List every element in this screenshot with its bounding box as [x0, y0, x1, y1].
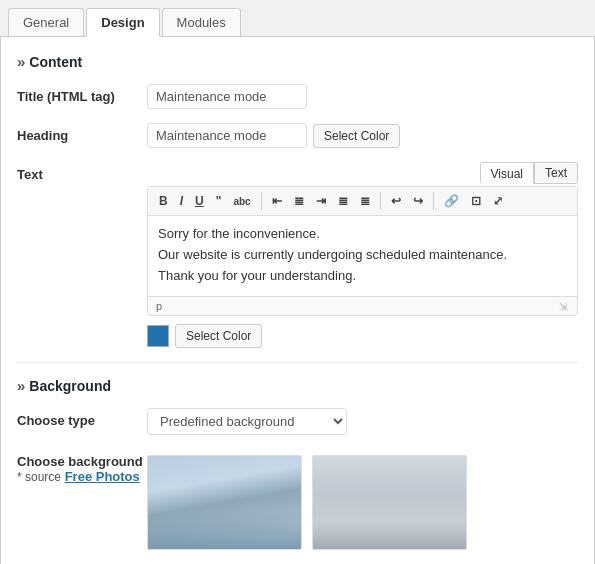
toolbar-separator-3: [433, 192, 434, 210]
italic-button[interactable]: I: [175, 191, 188, 211]
background-section-heading: Background: [17, 377, 578, 394]
tab-general[interactable]: General: [8, 8, 84, 36]
bold-button[interactable]: B: [154, 191, 173, 211]
blockquote-button[interactable]: ": [211, 191, 227, 211]
heading-select-color-button[interactable]: Select Color: [313, 124, 400, 148]
visual-tab-button[interactable]: Visual: [480, 162, 534, 184]
heading-control: Select Color: [147, 123, 578, 148]
heading-row: Heading Select Color: [17, 123, 578, 148]
content-section-heading: Content: [17, 53, 578, 70]
text-color-swatch: [147, 325, 169, 347]
resize-handle[interactable]: ⇲: [559, 301, 569, 311]
editor-line-1: Sorry for the inconvenience.: [158, 224, 567, 245]
text-select-color-button[interactable]: Select Color: [175, 324, 262, 348]
text-control: Visual Text B I U " abc ⇤ ≣ ⇥: [147, 162, 578, 348]
text-label: Text: [17, 162, 147, 182]
bg-image-2-preview: [313, 456, 466, 549]
section-divider: [17, 362, 578, 363]
tab-modules[interactable]: Modules: [162, 8, 241, 36]
title-input[interactable]: [147, 84, 307, 109]
underline-button[interactable]: U: [190, 191, 209, 211]
title-control: [147, 84, 578, 109]
editor-footer: p ⇲: [148, 296, 577, 315]
choose-bg-row: Choose background * source Free Photos: [17, 449, 578, 550]
undo-button[interactable]: ↩: [386, 191, 406, 211]
align-left-button[interactable]: ⇤: [267, 191, 287, 211]
heading-input[interactable]: [147, 123, 307, 148]
bg-image-2[interactable]: [312, 455, 467, 550]
choose-type-row: Choose type Predefined background: [17, 408, 578, 435]
editor-line-3: Thank you for your understanding.: [158, 266, 567, 287]
image-button[interactable]: ⊡: [466, 191, 486, 211]
choose-type-select[interactable]: Predefined background: [147, 408, 347, 435]
justify-button[interactable]: ≣: [333, 191, 353, 211]
title-label: Title (HTML tag): [17, 84, 147, 104]
redo-button[interactable]: ↪: [408, 191, 428, 211]
choose-bg-label: Choose background * source Free Photos: [17, 449, 147, 484]
align-center-button[interactable]: ≣: [289, 191, 309, 211]
abbr-button[interactable]: abc: [228, 193, 255, 210]
editor-line-2: Our website is currently undergoing sche…: [158, 245, 567, 266]
text-row: Text Visual Text B I U " abc: [17, 162, 578, 348]
bg-images-control: [147, 449, 578, 550]
source-label: * source: [17, 470, 61, 484]
title-row: Title (HTML tag): [17, 84, 578, 109]
align-right-button[interactable]: ⇥: [311, 191, 331, 211]
free-photos-link[interactable]: Free Photos: [65, 469, 140, 484]
tab-design[interactable]: Design: [86, 8, 159, 37]
tab-bar: General Design Modules Content Title (HT…: [0, 0, 595, 564]
editor-tag-indicator: p: [156, 300, 162, 312]
link-button[interactable]: 🔗: [439, 191, 464, 211]
editor-toolbar: B I U " abc ⇤ ≣ ⇥ ≣ ≣ ↩ ↪: [148, 187, 577, 216]
visual-text-toggle: Visual Text: [147, 162, 578, 184]
bg-image-list: [147, 455, 578, 550]
toolbar-separator-1: [261, 192, 262, 210]
text-tab-button[interactable]: Text: [534, 162, 578, 184]
editor-area[interactable]: Sorry for the inconvenience. Our website…: [148, 216, 577, 296]
text-color-row: Select Color: [147, 324, 578, 348]
heading-label: Heading: [17, 123, 147, 143]
editor-container: B I U " abc ⇤ ≣ ⇥ ≣ ≣ ↩ ↪: [147, 186, 578, 316]
choose-type-control: Predefined background: [147, 408, 578, 435]
choose-type-label: Choose type: [17, 408, 147, 428]
toolbar-separator-2: [380, 192, 381, 210]
bg-image-1[interactable]: [147, 455, 302, 550]
main-content: Content Title (HTML tag) Heading Select …: [0, 37, 595, 564]
extra-align-button[interactable]: ≣: [355, 191, 375, 211]
bg-image-1-preview: [148, 456, 301, 549]
fullscreen-button[interactable]: ⤢: [488, 191, 508, 211]
